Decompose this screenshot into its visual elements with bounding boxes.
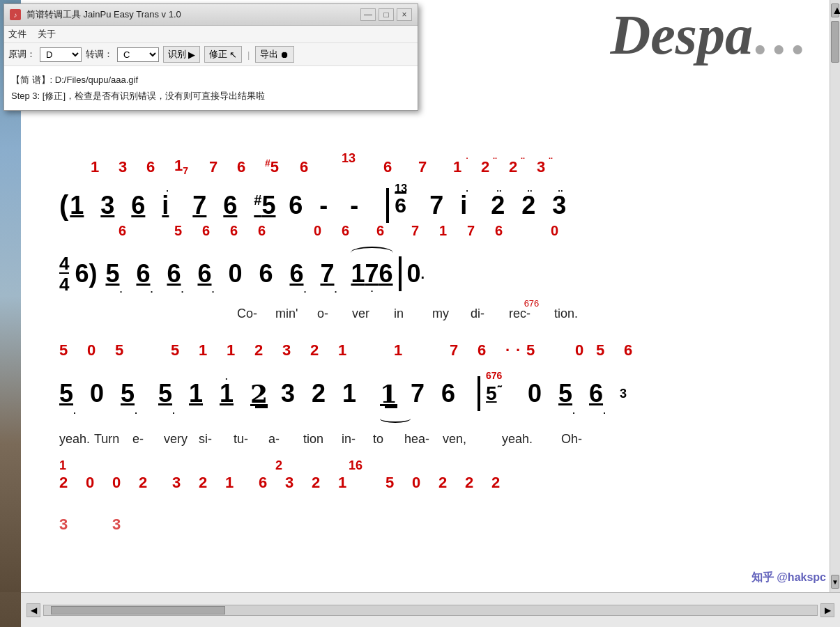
export-icon: ⏺: [280, 49, 289, 60]
log-area: 【简 谱】: D:/Files/qupu/aaa.gif Step 3: [修正…: [4, 66, 418, 110]
red-numbers-row-2: 5 0 5 5 1 1 2 3 2 1 1 7 6 · · 5 0 5 6: [59, 341, 809, 359]
separator: |: [247, 49, 250, 60]
transpose-select[interactable]: C D E F G A B: [117, 47, 159, 62]
sub-numbers-row-2: 1 2 16: [59, 456, 809, 471]
scrollbar-thumb[interactable]: [831, 21, 839, 63]
menu-bar: 文件 关于: [4, 26, 418, 43]
red-numbers-row-3: 2 0 0 2 3 2 1 6 3 2 1 5 0 2 2 2: [59, 474, 809, 492]
original-key-select[interactable]: D C E F G A B: [40, 47, 82, 62]
lyrics-row-2: yeah. Turn e- very si- tu- a- tion in- t…: [59, 432, 809, 447]
app-title: 简谱转调工具 JainPu Easy Trans v 1.0: [26, 8, 355, 21]
log-line1: 【简 谱】: D:/Files/qupu/aaa.gif: [11, 72, 411, 88]
app-window: ♪ 简谱转调工具 JainPu Easy Trans v 1.0 — □ × 文…: [3, 3, 418, 111]
minimize-button[interactable]: —: [360, 8, 376, 21]
scroll-right-button[interactable]: ▶: [820, 603, 834, 617]
maximize-button[interactable]: □: [379, 8, 394, 21]
export-button[interactable]: 导出 ⏺: [255, 46, 294, 63]
scrollbar-thumb-down[interactable]: ▼: [831, 575, 839, 589]
watermark: 知乎 @hakspc: [751, 571, 826, 585]
close-button[interactable]: ×: [397, 8, 412, 21]
export-label: 导出: [260, 48, 278, 61]
toolbar: 原调： D C E F G A B 转调： C D E F G A B 识别 ▶…: [4, 43, 418, 66]
transpose-label: 转调：: [86, 48, 113, 61]
play-icon: ▶: [188, 49, 195, 60]
app-icon: ♪: [10, 9, 21, 20]
bottom-bar: ◀ ▶: [21, 592, 840, 627]
main-notation-row-1: ( 1 3 6 i· 7 6 #5 6 - - 13 6 7 i· 2·· 2·…: [59, 188, 809, 223]
identify-button[interactable]: 识别 ▶: [163, 46, 200, 63]
turn-text: Turn: [94, 432, 132, 447]
horizontal-scrollbar-thumb[interactable]: [51, 606, 225, 614]
cursor-icon: ↖: [229, 49, 237, 60]
menu-about[interactable]: 关于: [38, 29, 56, 39]
window-controls: — □ ×: [360, 8, 412, 21]
identify-label: 识别: [168, 48, 186, 61]
scrollbar-thumb-up[interactable]: ▲: [831, 3, 839, 17]
correct-button[interactable]: 修正 ↖: [204, 46, 242, 63]
main-notation-row-3: 5· 0 5· 5· 1 1· 2̲ 3 2 1 1̲ 7 6 676: [59, 376, 809, 411]
original-key-label: 原调：: [8, 48, 36, 61]
title-bar: ♪ 简谱转调工具 JainPu Easy Trans v 1.0 — □ ×: [4, 4, 418, 26]
scroll-left-button[interactable]: ◀: [26, 603, 40, 617]
vertical-scrollbar[interactable]: ▲ ▼: [830, 0, 840, 592]
correct-label: 修正: [209, 48, 227, 61]
horizontal-scrollbar[interactable]: [43, 605, 818, 616]
sub-numbers-row-1: 6 5 6 6 6 0 6 6 7 1 7 6 0: [91, 223, 809, 239]
red-annotation-row-1: 1 3 6 17 7 6 #5 6 13 6 7 1· 2·· 2·· 3··: [91, 157, 809, 176]
lyrics-row-1: Co- min' o- ver in my di- rec- 676 tion.: [237, 307, 809, 321]
menu-file[interactable]: 文件: [8, 29, 26, 39]
red-numbers-row-4: 3 3: [59, 516, 809, 534]
main-notation-row-2: 4 4 6) 5· 6· 6· 6· 0 6 6· 7· 17·6 0·: [59, 254, 809, 293]
song-title: Despa…: [611, 3, 809, 67]
log-line2: Step 3: [修正]，检查是否有识别错误，没有则可直接导出结果啦: [11, 88, 411, 104]
